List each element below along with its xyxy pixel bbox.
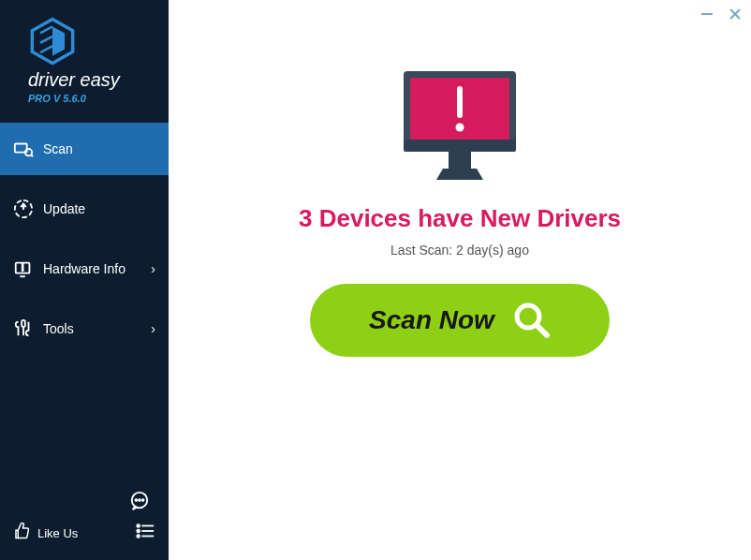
- svg-point-30: [456, 124, 464, 132]
- status-headline: 3 Devices have New Drivers: [299, 204, 621, 233]
- svg-rect-29: [457, 86, 463, 118]
- close-button[interactable]: [729, 7, 742, 23]
- main-content: 3 Devices have New Drivers Last Scan: 2 …: [169, 0, 751, 357]
- svg-line-32: [537, 325, 547, 335]
- logo-area: driver easy PRO V 5.6.0: [0, 0, 169, 113]
- minimize-button[interactable]: [700, 7, 714, 23]
- sidebar-bottom: Like Us: [0, 481, 169, 560]
- svg-point-20: [137, 535, 140, 538]
- menu-lines-icon[interactable]: [135, 521, 155, 545]
- last-scan-text: Last Scan: 2 day(s) ago: [390, 243, 529, 258]
- sidebar-item-label: Update: [43, 201, 85, 216]
- like-us-button[interactable]: Like Us: [13, 523, 78, 543]
- svg-rect-28: [449, 152, 471, 169]
- main-panel: 3 Devices have New Drivers Last Scan: 2 …: [169, 0, 751, 560]
- svg-rect-10: [22, 320, 25, 327]
- brand-version: PRO V 5.6.0: [28, 93, 169, 104]
- sidebar-item-scan[interactable]: Scan: [0, 123, 169, 175]
- nav: Scan Update i Hardware Info ›: [0, 123, 169, 362]
- svg-text:i: i: [22, 264, 23, 273]
- svg-point-15: [142, 499, 144, 501]
- brand-logo-icon: [28, 17, 77, 66]
- sidebar-item-tools[interactable]: Tools ›: [0, 302, 169, 355]
- update-icon: [13, 199, 34, 219]
- sidebar-item-label: Tools: [43, 321, 74, 336]
- svg-rect-27: [404, 140, 516, 152]
- svg-point-18: [137, 530, 140, 533]
- svg-line-6: [31, 155, 33, 156]
- like-us-label: Like Us: [37, 526, 78, 540]
- chevron-right-icon: ›: [151, 321, 155, 336]
- thumbs-up-icon: [13, 523, 30, 543]
- hardware-info-icon: i: [13, 258, 34, 279]
- tools-icon: [13, 318, 34, 339]
- chevron-right-icon: ›: [151, 261, 155, 276]
- svg-line-2: [40, 37, 52, 43]
- sidebar-item-update[interactable]: Update: [0, 183, 169, 235]
- scan-button-label: Scan Now: [369, 305, 494, 335]
- svg-point-14: [139, 499, 140, 501]
- svg-line-3: [40, 46, 52, 52]
- svg-point-16: [137, 524, 140, 527]
- scan-icon: [13, 139, 34, 159]
- feedback-icon[interactable]: [129, 491, 150, 515]
- sidebar: driver easy PRO V 5.6.0 Scan Update: [0, 0, 169, 560]
- monitor-warning-icon: [394, 66, 525, 187]
- sidebar-item-label: Scan: [43, 141, 73, 156]
- sidebar-item-hardware-info[interactable]: i Hardware Info ›: [0, 243, 169, 295]
- brand-name: driver easy: [28, 69, 169, 91]
- svg-line-1: [40, 26, 52, 33]
- window-controls: [700, 7, 742, 23]
- scan-now-button[interactable]: Scan Now: [310, 284, 610, 357]
- sidebar-item-label: Hardware Info: [43, 261, 125, 276]
- svg-point-13: [135, 499, 137, 501]
- magnifier-icon: [511, 300, 551, 342]
